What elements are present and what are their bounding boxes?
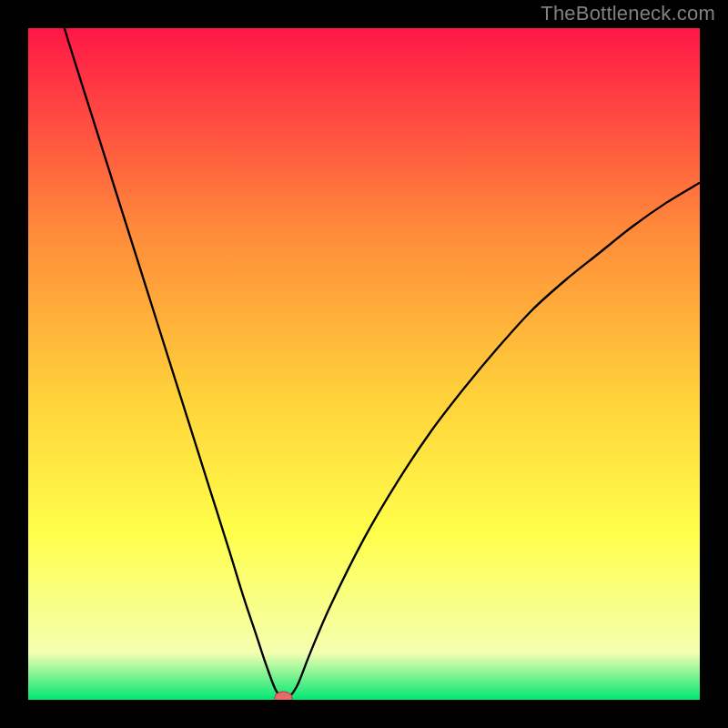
- bottleneck-chart: [28, 28, 700, 700]
- optimum-marker: [275, 692, 292, 700]
- gradient-bg: [28, 28, 700, 700]
- chart-frame: TheBottleneck.com: [0, 0, 728, 728]
- watermark-text: TheBottleneck.com: [541, 2, 715, 25]
